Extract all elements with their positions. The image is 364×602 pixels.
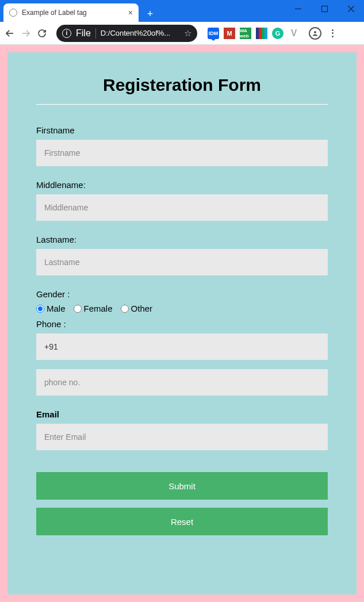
lastname-input[interactable] — [36, 249, 328, 275]
tab-strip: Example of Label tag × + — [0, 0, 158, 22]
extensions-row: IDM M WA web G V — [208, 28, 300, 39]
phone-prefix-input[interactable] — [36, 333, 328, 360]
gender-label: Gender : — [36, 289, 328, 299]
reload-button[interactable] — [37, 28, 47, 39]
kebab-menu-icon[interactable] — [332, 29, 334, 37]
gender-radio-group: Male Female Other — [36, 304, 328, 313]
lastname-field: Lastname: — [36, 235, 328, 275]
firstname-label: Firstname — [36, 125, 328, 135]
url-divider — [95, 28, 96, 39]
gender-male-option[interactable]: Male — [36, 304, 66, 313]
bookmark-star-icon[interactable]: ☆ — [184, 28, 191, 39]
svg-rect-1 — [321, 6, 327, 11]
extension-grammarly-icon[interactable]: G — [272, 28, 283, 39]
gender-female-option[interactable]: Female — [74, 304, 113, 313]
gender-other-label: Other — [131, 304, 153, 313]
url-text: D:/Content%20of%... — [101, 29, 170, 37]
middlename-input[interactable] — [36, 194, 328, 221]
minimize-button[interactable] — [285, 0, 311, 17]
gender-male-radio[interactable] — [36, 305, 44, 313]
close-tab-icon[interactable]: × — [128, 9, 133, 17]
toolbar: i File D:/Content%20of%... ☆ IDM M WA we… — [0, 22, 364, 45]
close-window-button[interactable] — [338, 0, 364, 17]
page-body: Registeration Form Firstname Middlename:… — [0, 45, 364, 602]
forward-button[interactable] — [21, 28, 31, 39]
extension-vue-icon[interactable]: V — [288, 28, 300, 39]
registration-form: Registeration Form Firstname Middlename:… — [7, 52, 357, 595]
gender-male-label: Male — [47, 304, 66, 313]
page-title: Registeration Form — [36, 75, 328, 95]
extension-gmail-icon[interactable]: M — [224, 28, 235, 39]
back-button[interactable] — [5, 28, 15, 39]
profile-avatar[interactable] — [309, 27, 321, 40]
url-scheme: File — [76, 28, 91, 39]
email-label: Email — [36, 409, 328, 419]
firstname-field: Firstname — [36, 125, 328, 166]
viewport: Registeration Form Firstname Middlename:… — [0, 45, 364, 602]
extension-color-icon[interactable] — [256, 28, 267, 39]
info-icon[interactable]: i — [62, 29, 71, 38]
phone-field: Phone : — [36, 319, 328, 396]
phone-label: Phone : — [36, 319, 328, 329]
extension-whatsapp-icon[interactable]: WA web — [240, 28, 251, 39]
reset-button[interactable]: Reset — [36, 508, 328, 535]
gender-female-radio[interactable] — [74, 305, 82, 313]
divider — [36, 104, 328, 105]
maximize-button[interactable] — [311, 0, 338, 17]
submit-button[interactable]: Submit — [36, 472, 328, 500]
gender-field: Gender : Male Female Other — [36, 289, 328, 313]
tab-title: Example of Label tag — [22, 9, 124, 17]
middlename-field: Middlename: — [36, 180, 328, 221]
email-field: Email — [36, 409, 328, 450]
browser-tab[interactable]: Example of Label tag × — [3, 3, 139, 22]
globe-icon — [9, 9, 17, 17]
lastname-label: Lastname: — [36, 235, 328, 244]
email-input[interactable] — [36, 424, 328, 450]
gender-other-radio[interactable] — [121, 305, 129, 313]
middlename-label: Middlename: — [36, 180, 328, 190]
phone-number-input[interactable] — [36, 369, 328, 396]
firstname-input[interactable] — [36, 140, 328, 166]
window-controls — [285, 0, 364, 17]
extension-idm-icon[interactable]: IDM — [208, 28, 219, 39]
gender-female-label: Female — [84, 304, 113, 313]
svg-point-6 — [314, 31, 316, 33]
address-bar[interactable]: i File D:/Content%20of%... ☆ — [56, 25, 197, 42]
gender-other-option[interactable]: Other — [121, 304, 153, 313]
window-titlebar: Example of Label tag × + — [0, 0, 364, 22]
new-tab-button[interactable]: + — [142, 6, 158, 22]
